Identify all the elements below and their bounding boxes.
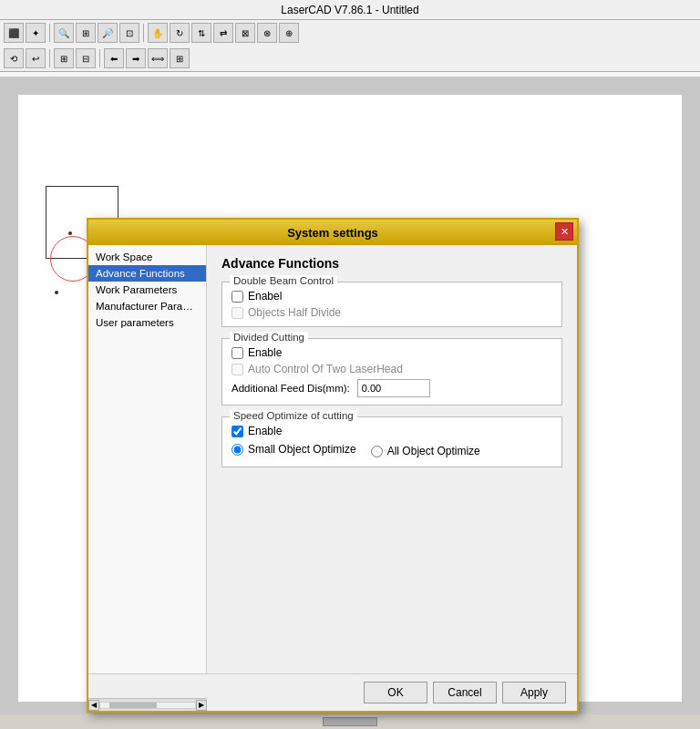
mirror-v-btn[interactable]: ⇅ — [191, 23, 211, 43]
mirror-h-btn[interactable]: ⇄ — [213, 23, 233, 43]
toolbar-sep-2 — [143, 24, 144, 42]
title-bar: LaserCAD V7.86.1 - Untitled — [0, 0, 700, 20]
dialog-titlebar: System settings ✕ — [88, 220, 577, 245]
divided-cutting-section: Divided Cutting Enable Auto Control Of T… — [221, 338, 562, 406]
transform-btn[interactable]: ⊠ — [235, 23, 255, 43]
speed-optimize-label: Speed Optimize of cutting — [230, 410, 357, 421]
all-obj-row: All Object Optimize — [371, 443, 480, 459]
extra-tool-btn[interactable]: ⊞ — [170, 48, 190, 68]
dialog-content: Advance Functions Double Beam Control En… — [207, 245, 577, 673]
enabel-label: Enabel — [248, 290, 282, 303]
sidebar-item-user-parameters[interactable]: User parameters — [88, 314, 206, 331]
pan-btn[interactable]: ✋ — [148, 23, 168, 43]
additional-feed-label: Additional Feed Dis(mm): — [232, 383, 350, 394]
node-tool-btn[interactable]: ✦ — [26, 23, 46, 43]
objects-half-divide-label: Objects Half Divide — [248, 306, 341, 319]
divided-cutting-label: Divided Cutting — [230, 332, 308, 343]
zoom-rect-btn[interactable]: ⊞ — [76, 23, 96, 43]
undo-btn[interactable]: ⟲ — [4, 48, 24, 68]
enable-so-checkbox[interactable] — [232, 426, 243, 437]
toolbar-sep-4 — [99, 49, 100, 67]
sidebar-item-work-parameters[interactable]: Work Parameters — [88, 282, 206, 298]
align-right-btn[interactable]: ➡ — [126, 48, 146, 68]
auto-control-row: Auto Control Of Two LaserHead — [232, 363, 552, 375]
enable-so-label: Enable — [248, 425, 282, 437]
enabel-row: Enabel — [232, 290, 552, 303]
dialog-sidebar: Work Space Advance Functions Work Parame… — [88, 245, 207, 673]
small-obj-radio[interactable] — [232, 444, 243, 456]
zoom-fit-btn[interactable]: ⊡ — [119, 23, 139, 43]
objects-half-divide-row: Objects Half Divide — [232, 306, 552, 319]
toolbar-sep-3 — [49, 49, 50, 67]
sidebar-item-manufacturer[interactable]: Manufacturer Paramet — [88, 298, 206, 314]
additional-feed-input[interactable] — [357, 379, 430, 397]
dialog-close-button[interactable]: ✕ — [555, 222, 573, 241]
auto-control-label: Auto Control Of Two LaserHead — [248, 363, 403, 375]
all-obj-radio[interactable] — [371, 446, 383, 457]
toolbar-row-2: ⟲ ↩ ⊞ ⊟ ⬅ ➡ ⟺ ⊞ — [0, 46, 700, 71]
auto-control-checkbox[interactable] — [232, 364, 243, 375]
toolbar-area: ⬛ ✦ 🔍 ⊞ 🔎 ⊡ ✋ ↻ ⇅ ⇄ ⊠ ⊗ ⊕ ⟲ ↩ ⊞ ⊟ ⬅ ➡ ⟺ … — [0, 20, 700, 72]
ok-button[interactable]: OK — [364, 682, 427, 703]
zoom-in-btn[interactable]: 🔍 — [54, 23, 74, 43]
radio-group: Small Object Optimize All Object Optimiz… — [232, 443, 552, 459]
dialog-body: Work Space Advance Functions Work Parame… — [88, 245, 577, 673]
enable-dc-label: Enable — [248, 346, 282, 359]
enabel-checkbox[interactable] — [232, 291, 243, 303]
enable-dc-checkbox[interactable] — [232, 347, 243, 359]
redo-btn[interactable]: ↩ — [26, 48, 46, 68]
zoom-out-btn[interactable]: 🔎 — [98, 23, 118, 43]
group-btn[interactable]: ⊞ — [54, 48, 74, 68]
toolbar-sep-1 — [49, 24, 50, 42]
objects-half-divide-checkbox[interactable] — [232, 307, 243, 319]
apply-button[interactable]: Apply — [502, 682, 566, 703]
extra-btn2[interactable]: ⊕ — [279, 23, 299, 43]
enable-so-row: Enable — [232, 425, 552, 437]
additional-feed-row: Additional Feed Dis(mm): — [232, 379, 552, 397]
dot2 — [55, 291, 58, 294]
rotate-btn[interactable]: ↻ — [170, 23, 190, 43]
cancel-button[interactable]: Cancel — [433, 682, 497, 703]
small-obj-label: Small Object Optimize — [248, 443, 356, 456]
align-left-btn[interactable]: ⬅ — [104, 48, 124, 68]
window-title: LaserCAD V7.86.1 - Untitled — [281, 4, 418, 16]
distribute-btn[interactable]: ⟺ — [148, 48, 168, 68]
all-obj-label: All Object Optimize — [387, 445, 480, 457]
toolbar-row-1: ⬛ ✦ 🔍 ⊞ 🔎 ⊡ ✋ ↻ ⇅ ⇄ ⊠ ⊗ ⊕ — [0, 20, 700, 46]
scroll-thumb[interactable] — [323, 717, 377, 726]
bottom-scrollbar[interactable] — [0, 714, 700, 729]
workspace: System settings ✕ Work Space Advance Fun… — [0, 77, 700, 729]
small-obj-row: Small Object Optimize — [232, 443, 356, 456]
double-beam-label: Double Beam Control — [230, 275, 337, 286]
ungroup-btn[interactable]: ⊟ — [76, 48, 96, 68]
system-settings-dialog: System settings ✕ Work Space Advance Fun… — [87, 218, 579, 713]
dot1 — [68, 231, 72, 235]
dialog-title: System settings — [287, 226, 378, 240]
extra-btn[interactable]: ⊗ — [257, 23, 277, 43]
content-heading: Advance Functions — [221, 256, 562, 271]
enable-dc-row: Enable — [232, 346, 552, 359]
sidebar-item-workspace[interactable]: Work Space — [88, 249, 206, 265]
sidebar-item-advance-functions[interactable]: Advance Functions — [88, 265, 206, 282]
select-tool-btn[interactable]: ⬛ — [4, 23, 24, 43]
speed-optimize-section: Speed Optimize of cutting Enable Small O… — [221, 416, 562, 467]
double-beam-section: Double Beam Control Enabel Objects Half … — [221, 282, 562, 327]
